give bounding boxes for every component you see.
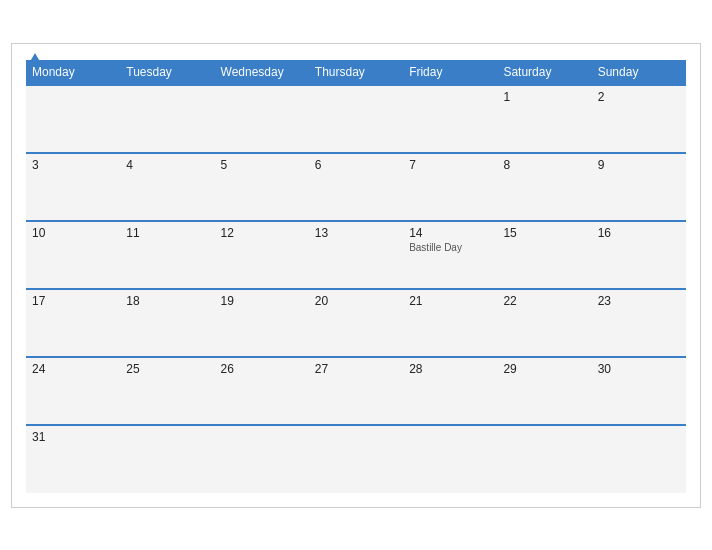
- day-cell: 9: [592, 153, 686, 221]
- day-cell: 19: [215, 289, 309, 357]
- day-number: 4: [126, 158, 208, 172]
- day-number: 11: [126, 226, 208, 240]
- day-cell: 10: [26, 221, 120, 289]
- day-cell: [120, 85, 214, 153]
- day-number: 20: [315, 294, 397, 308]
- day-number: 22: [503, 294, 585, 308]
- day-cell: [592, 425, 686, 493]
- day-number: 28: [409, 362, 491, 376]
- day-number: 10: [32, 226, 114, 240]
- day-number: 27: [315, 362, 397, 376]
- day-cell: [26, 85, 120, 153]
- day-number: 7: [409, 158, 491, 172]
- day-number: 9: [598, 158, 680, 172]
- day-number: 26: [221, 362, 303, 376]
- day-cell: [309, 85, 403, 153]
- day-cell: 31: [26, 425, 120, 493]
- col-header-tuesday: Tuesday: [120, 60, 214, 85]
- day-cell: 25: [120, 357, 214, 425]
- calendar: MondayTuesdayWednesdayThursdayFridaySatu…: [11, 43, 701, 508]
- day-cell: 20: [309, 289, 403, 357]
- day-cell: 6: [309, 153, 403, 221]
- day-number: 12: [221, 226, 303, 240]
- day-number: 23: [598, 294, 680, 308]
- day-cell: [309, 425, 403, 493]
- day-number: 18: [126, 294, 208, 308]
- week-row-5: 24252627282930: [26, 357, 686, 425]
- week-row-4: 17181920212223: [26, 289, 686, 357]
- day-number: 24: [32, 362, 114, 376]
- day-number: 21: [409, 294, 491, 308]
- day-cell: 17: [26, 289, 120, 357]
- day-cell: 26: [215, 357, 309, 425]
- day-number: 19: [221, 294, 303, 308]
- day-cell: 15: [497, 221, 591, 289]
- day-number: 15: [503, 226, 585, 240]
- col-header-thursday: Thursday: [309, 60, 403, 85]
- day-cell: 3: [26, 153, 120, 221]
- day-cell: [215, 425, 309, 493]
- day-cell: 8: [497, 153, 591, 221]
- day-cell: [403, 85, 497, 153]
- day-cell: [497, 425, 591, 493]
- week-row-6: 31: [26, 425, 686, 493]
- logo: [26, 54, 42, 66]
- week-row-3: 1011121314Bastille Day1516: [26, 221, 686, 289]
- day-number: 3: [32, 158, 114, 172]
- day-cell: [120, 425, 214, 493]
- week-row-2: 3456789: [26, 153, 686, 221]
- col-header-friday: Friday: [403, 60, 497, 85]
- day-cell: 24: [26, 357, 120, 425]
- day-cell: 30: [592, 357, 686, 425]
- day-cell: 14Bastille Day: [403, 221, 497, 289]
- calendar-table: MondayTuesdayWednesdayThursdayFridaySatu…: [26, 60, 686, 493]
- col-header-wednesday: Wednesday: [215, 60, 309, 85]
- day-cell: 12: [215, 221, 309, 289]
- col-header-saturday: Saturday: [497, 60, 591, 85]
- day-number: 31: [32, 430, 114, 444]
- day-number: 13: [315, 226, 397, 240]
- day-number: 6: [315, 158, 397, 172]
- day-event: Bastille Day: [409, 242, 491, 253]
- day-number: 5: [221, 158, 303, 172]
- day-number: 2: [598, 90, 680, 104]
- day-cell: 4: [120, 153, 214, 221]
- day-number: 8: [503, 158, 585, 172]
- day-number: 29: [503, 362, 585, 376]
- day-cell: 23: [592, 289, 686, 357]
- day-cell: 29: [497, 357, 591, 425]
- week-row-1: 12: [26, 85, 686, 153]
- day-cell: 11: [120, 221, 214, 289]
- logo-triangle-icon: [28, 53, 42, 65]
- day-cell: 1: [497, 85, 591, 153]
- day-number: 17: [32, 294, 114, 308]
- day-cell: 16: [592, 221, 686, 289]
- day-cell: 5: [215, 153, 309, 221]
- day-cell: 21: [403, 289, 497, 357]
- day-cell: [215, 85, 309, 153]
- day-cell: 28: [403, 357, 497, 425]
- day-cell: [403, 425, 497, 493]
- day-cell: 22: [497, 289, 591, 357]
- weekday-header-row: MondayTuesdayWednesdayThursdayFridaySatu…: [26, 60, 686, 85]
- day-number: 25: [126, 362, 208, 376]
- col-header-sunday: Sunday: [592, 60, 686, 85]
- day-cell: 2: [592, 85, 686, 153]
- day-number: 30: [598, 362, 680, 376]
- day-number: 1: [503, 90, 585, 104]
- day-cell: 13: [309, 221, 403, 289]
- day-cell: 7: [403, 153, 497, 221]
- day-cell: 18: [120, 289, 214, 357]
- day-number: 16: [598, 226, 680, 240]
- day-cell: 27: [309, 357, 403, 425]
- day-number: 14: [409, 226, 491, 240]
